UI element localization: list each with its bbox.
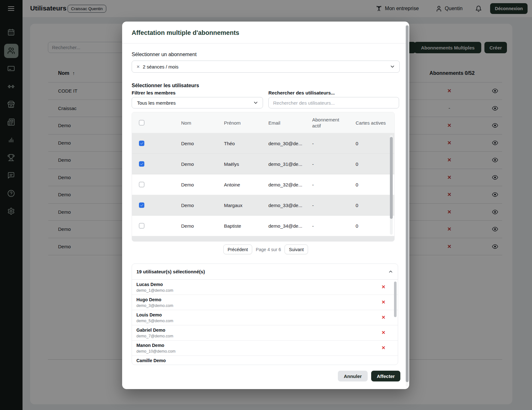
- pagination: Précédent Page 4 sur 6 Suivant: [132, 244, 400, 254]
- list-item: Hugo Demo demo_3@demo.com ✕: [132, 295, 398, 310]
- row-checkbox[interactable]: [139, 223, 144, 229]
- list-item: Camille Demo: [132, 356, 398, 365]
- remove-user-icon[interactable]: ✕: [381, 315, 385, 320]
- selected-users-list: Lucas Demo demo_1@demo.com ✕ Hugo Demo d…: [132, 280, 398, 365]
- modal-footer: Annuler Affecter: [338, 371, 400, 381]
- modal-users-table: Nom Prénom Email Abonnement actif Cartes…: [132, 112, 395, 242]
- row-checkbox-checked[interactable]: [139, 141, 144, 146]
- multi-subscription-modal: Affectation multiple d'abonnements Sélec…: [122, 22, 409, 389]
- selected-users-header[interactable]: 19 utilisateur(s) sélectionné(s): [132, 264, 398, 280]
- filter-members-label: Filtrer les membres: [132, 90, 263, 96]
- selected-users-count: 19 utilisateur(s) sélectionné(s): [136, 269, 205, 274]
- modal-table-row[interactable]: Demo Margaux demo_33@de... - 0: [132, 195, 394, 216]
- remove-subscription-icon[interactable]: ✕: [136, 64, 140, 69]
- subscription-select[interactable]: ✕ 2 séances / mois: [132, 61, 400, 73]
- row-checkbox-checked[interactable]: [139, 161, 144, 167]
- cancel-button[interactable]: Annuler: [338, 371, 368, 381]
- horizontal-scrollbar[interactable]: [132, 236, 394, 241]
- modal-title: Affectation multiple d'abonnements: [132, 29, 400, 36]
- search-users-input[interactable]: [268, 97, 399, 108]
- list-item: Manon Demo demo_10@demo.com ✕: [132, 341, 398, 356]
- previous-page-button[interactable]: Précédent: [223, 244, 253, 254]
- screen: Utilisateurs Craissac Quentin Mon entrep…: [0, 0, 532, 410]
- list-item: Louis Demo demo_5@demo.com ✕: [132, 310, 398, 325]
- row-checkbox-checked[interactable]: [139, 203, 144, 208]
- remove-user-icon[interactable]: ✕: [381, 299, 385, 305]
- select-all-checkbox[interactable]: [139, 120, 144, 125]
- remove-user-icon[interactable]: ✕: [381, 345, 385, 351]
- chevron-down-icon: [390, 64, 395, 69]
- modal-header: Affectation multiple d'abonnements: [122, 22, 409, 43]
- subscription-value: 2 séances / mois: [143, 64, 179, 69]
- selected-users-panel: 19 utilisateur(s) sélectionné(s) Lucas D…: [132, 264, 398, 365]
- list-item: Lucas Demo demo_1@demo.com ✕: [132, 280, 398, 295]
- page-indicator: Page 4 sur 6: [256, 247, 281, 252]
- subscription-select-label: Sélectionner un abonnement: [132, 52, 400, 57]
- modal-table-row[interactable]: Demo Théo demo_30@de... - 0: [132, 133, 394, 154]
- chevron-up-icon: [388, 269, 393, 274]
- users-section-heading: Sélectionner les utilisateurs: [132, 83, 400, 88]
- remove-user-icon[interactable]: ✕: [381, 284, 385, 290]
- assign-button[interactable]: Affecter: [371, 371, 400, 381]
- remove-user-icon[interactable]: ✕: [381, 330, 385, 335]
- table-scrollbar-thumb[interactable]: [390, 137, 393, 219]
- list-scrollbar-thumb[interactable]: [394, 282, 397, 317]
- modal-table-row[interactable]: Demo Antoine demo_32@de... - 0: [132, 174, 394, 195]
- filter-members-value: Tous les membres: [137, 100, 176, 106]
- next-page-button[interactable]: Suivant: [285, 244, 308, 254]
- list-item: Gabriel Demo demo_7@demo.com ✕: [132, 325, 398, 341]
- row-checkbox[interactable]: [139, 182, 144, 187]
- chevron-down-icon: [253, 100, 259, 106]
- modal-scrollbar-thumb[interactable]: [406, 25, 409, 382]
- search-users-label: Rechercher des utilisateurs...: [268, 90, 399, 96]
- modal-table-row[interactable]: Demo Baptiste demo_34@de... - 0: [132, 216, 394, 236]
- modal-table-header: Nom Prénom Email Abonnement actif Cartes…: [132, 112, 394, 133]
- filter-members-select[interactable]: Tous les membres: [132, 97, 263, 108]
- modal-table-row[interactable]: Demo Maëlys demo_31@de... - 0: [132, 154, 394, 174]
